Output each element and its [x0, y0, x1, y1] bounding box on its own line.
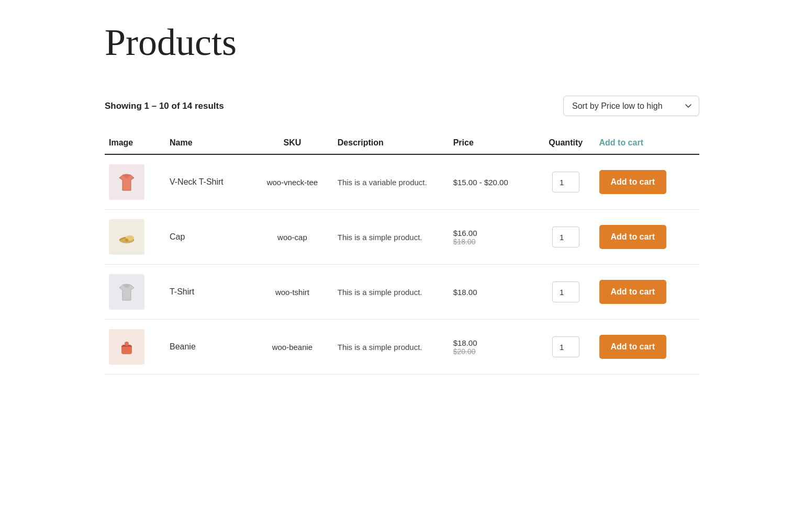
product-sku: woo-tshirt [251, 265, 333, 320]
product-image [109, 274, 144, 310]
col-description: Description [333, 132, 449, 154]
col-quantity: Quantity [537, 132, 595, 154]
product-price: $15.00 - $20.00 [449, 154, 537, 210]
product-quantity-cell [537, 154, 595, 210]
page-title: Products [105, 21, 699, 64]
product-price: $18.00 [449, 265, 537, 320]
product-description: This is a variable product. [333, 154, 449, 210]
product-quantity-cell [537, 320, 595, 375]
price-main: $18.00 [453, 338, 532, 347]
product-image-cell [105, 154, 165, 210]
table-row: Capwoo-capThis is a simple product.$16.0… [105, 210, 699, 265]
table-row: Beaniewoo-beanieThis is a simple product… [105, 320, 699, 375]
product-price: $18.00$20.00 [449, 320, 537, 375]
add-to-cart-button[interactable]: Add to cart [599, 280, 666, 304]
add-to-cart-button[interactable]: Add to cart [599, 225, 666, 249]
col-name: Name [165, 132, 251, 154]
add-to-cart-cell: Add to cart [595, 265, 699, 320]
product-name: Cap [165, 210, 251, 265]
products-table: Image Name SKU Description Price Quantit… [105, 132, 699, 375]
product-description: This is a simple product. [333, 265, 449, 320]
table-row: V-Neck T-Shirtwoo-vneck-teeThis is a var… [105, 154, 699, 210]
product-name: T-Shirt [165, 265, 251, 320]
col-price: Price [449, 132, 537, 154]
product-description: This is a simple product. [333, 320, 449, 375]
sort-wrapper: Default sortingSort by popularitySort by… [563, 96, 699, 116]
product-price: $16.00$18.00 [449, 210, 537, 265]
price-main: $15.00 - $20.00 [453, 178, 532, 187]
product-image-cell [105, 265, 165, 320]
table-header-row: Image Name SKU Description Price Quantit… [105, 132, 699, 154]
add-to-cart-button[interactable]: Add to cart [599, 335, 666, 359]
col-add-to-cart: Add to cart [595, 132, 699, 154]
col-sku: SKU [251, 132, 333, 154]
toolbar: Showing 1 – 10 of 14 results Default sor… [105, 96, 699, 116]
table-row: T-Shirtwoo-tshirtThis is a simple produc… [105, 265, 699, 320]
product-sku: woo-cap [251, 210, 333, 265]
product-sku: woo-beanie [251, 320, 333, 375]
product-description: This is a simple product. [333, 210, 449, 265]
add-to-cart-cell: Add to cart [595, 320, 699, 375]
quantity-input[interactable] [552, 172, 579, 193]
product-name: Beanie [165, 320, 251, 375]
add-to-cart-button[interactable]: Add to cart [599, 170, 666, 194]
quantity-input[interactable] [552, 281, 579, 302]
product-quantity-cell [537, 265, 595, 320]
quantity-input[interactable] [552, 336, 579, 357]
col-image: Image [105, 132, 165, 154]
product-image [109, 219, 144, 255]
product-image-cell [105, 210, 165, 265]
results-count: Showing 1 – 10 of 14 results [105, 101, 224, 111]
quantity-input[interactable] [552, 227, 579, 247]
add-to-cart-cell: Add to cart [595, 210, 699, 265]
add-to-cart-cell: Add to cart [595, 154, 699, 210]
product-name: V-Neck T-Shirt [165, 154, 251, 210]
price-old: $18.00 [453, 237, 532, 246]
price-old: $20.00 [453, 347, 532, 356]
price-main: $16.00 [453, 229, 532, 237]
svg-point-2 [125, 239, 128, 242]
product-quantity-cell [537, 210, 595, 265]
product-image-cell [105, 320, 165, 375]
product-image [109, 164, 144, 200]
sort-select[interactable]: Default sortingSort by popularitySort by… [563, 96, 699, 116]
product-sku: woo-vneck-tee [251, 154, 333, 210]
svg-point-4 [125, 342, 129, 346]
product-image [109, 329, 144, 365]
price-main: $18.00 [453, 288, 532, 297]
